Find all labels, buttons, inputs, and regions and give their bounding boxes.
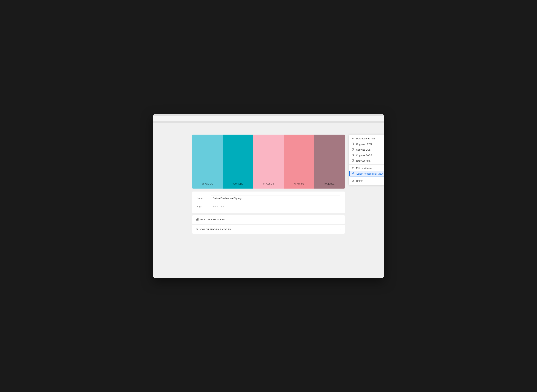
menu-label-copy-css: Copy as CSS (356, 148, 371, 151)
menu-item-copy-sass[interactable]: Copy as SASS (349, 152, 384, 158)
swatch-5[interactable]: #A47881 (314, 135, 345, 189)
accordion-color-modes-title: COLOR MODES & CODES (200, 228, 231, 231)
hex-label-5: #A47881 (324, 182, 334, 185)
accordion-pantone: PANTONE MATCHES ⌄ (192, 215, 345, 224)
svg-rect-9 (197, 218, 198, 219)
name-row: Name (197, 195, 340, 201)
tags-label: Tags (197, 205, 208, 208)
hex-label-4: #F48F98 (294, 182, 304, 185)
tags-input[interactable] (211, 204, 340, 209)
accordion-pantone-title-wrapper: PANTONE MATCHES (196, 218, 225, 221)
hex-label-2: #00ADBB (232, 182, 243, 185)
menu-item-edit-theme[interactable]: Edit this theme (349, 165, 384, 171)
browser-window: ‹ › □ 🔒 ↻ ⬆ ⧉ + × #67CCD (153, 114, 384, 278)
copy-less-icon (352, 143, 354, 145)
menu-item-delete[interactable]: Delete (349, 178, 384, 184)
color-modes-chevron-icon: ⌄ (339, 228, 341, 231)
swatch-4[interactable]: #F48F98 (284, 135, 314, 189)
menu-label-copy-sass: Copy as SASS (356, 154, 372, 157)
download-icon (352, 137, 354, 140)
copy-sass-icon (352, 154, 354, 157)
name-input[interactable] (211, 195, 340, 201)
tags-row: Tags (197, 204, 340, 209)
name-label: Name (197, 197, 208, 200)
color-modes-icon (196, 228, 199, 231)
svg-rect-11 (197, 219, 198, 220)
color-palette: #67CCDC #00ADBB #FAB5C3 #F48F98 #A47881 (192, 135, 345, 189)
svg-rect-3 (352, 149, 353, 150)
accordion-pantone-title: PANTONE MATCHES (200, 218, 225, 221)
menu-label-copy-less: Copy as LESS (356, 143, 372, 145)
svg-rect-8 (196, 218, 197, 219)
swatch-2[interactable]: #00ADBB (223, 135, 253, 189)
hex-label-3: #FAB5C3 (263, 182, 274, 185)
svg-rect-5 (352, 154, 353, 156)
menu-label-delete: Delete (356, 180, 363, 182)
menu-item-copy-less[interactable]: Copy as LESS (349, 141, 384, 147)
accordion-color-modes-header[interactable]: COLOR MODES & CODES ⌄ (192, 225, 345, 233)
menu-item-copy-css[interactable]: Copy as CSS (349, 147, 384, 152)
swatch-1[interactable]: #67CCDC (192, 135, 223, 189)
pantone-icon (196, 218, 199, 221)
menu-item-edit-accessibility[interactable]: Edit in Accessibility View (349, 171, 384, 177)
main-container: × #67CCDC #00ADBB #FAB5C3 #F48F98 #A4788… (192, 135, 345, 235)
svg-rect-10 (196, 219, 197, 220)
swatch-3[interactable]: #FAB5C3 (253, 135, 284, 189)
menu-item-copy-xml[interactable]: Copy as XML (349, 158, 384, 164)
svg-rect-7 (352, 160, 353, 162)
edit-theme-icon (352, 167, 354, 170)
accordion-pantone-header[interactable]: PANTONE MATCHES ⌄ (192, 215, 345, 224)
context-menu: Download as ASE Copy as LESS (349, 135, 384, 185)
copy-css-icon (352, 148, 354, 151)
delete-icon (352, 179, 354, 182)
menu-label-edit-theme: Edit this theme (356, 167, 372, 170)
accordion-color-modes-title-wrapper: COLOR MODES & CODES (196, 228, 231, 231)
accordion-color-modes: COLOR MODES & CODES ⌄ (192, 225, 345, 233)
site-header (153, 116, 384, 121)
menu-label-copy-xml: Copy as XML (356, 159, 371, 162)
menu-label-download-ase: Download as ASE (356, 137, 375, 140)
copy-xml-icon (352, 159, 354, 162)
pantone-chevron-icon: ⌄ (339, 218, 341, 221)
edit-accessibility-icon (352, 172, 355, 175)
page-content: × #67CCDC #00ADBB #FAB5C3 #F48F98 #A4788… (153, 123, 384, 278)
hex-label-1: #67CCDC (202, 182, 213, 185)
form-section: Name Tags (192, 191, 345, 213)
menu-label-edit-accessibility: Edit in Accessibility View (356, 172, 383, 175)
svg-rect-1 (352, 143, 353, 145)
menu-item-download-ase[interactable]: Download as ASE (349, 136, 384, 141)
menu-divider-2 (349, 177, 384, 177)
